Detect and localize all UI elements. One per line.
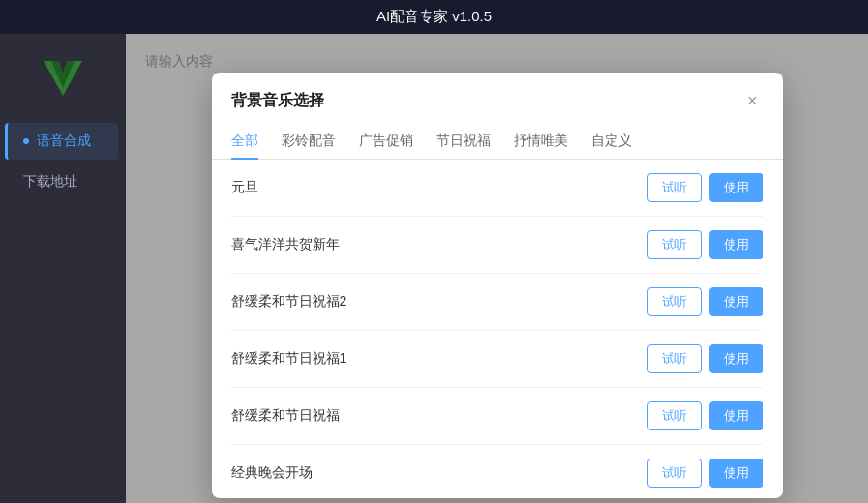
music-list: 元旦 试听 使用 喜气洋洋共贺新年 试听 使用 舒缓柔和节日祝福2 试听 使用 … bbox=[212, 160, 783, 498]
tab-all[interactable]: 全部 bbox=[231, 125, 258, 160]
active-dot bbox=[23, 138, 29, 144]
preview-button-4[interactable]: 试听 bbox=[647, 401, 702, 430]
tab-ringtone[interactable]: 彩铃配音 bbox=[282, 125, 336, 160]
modal-close-button[interactable]: × bbox=[741, 90, 763, 111]
logo bbox=[0, 53, 126, 100]
music-actions-1: 试听 使用 bbox=[647, 230, 763, 259]
modal-header: 背景音乐选择 × bbox=[212, 73, 783, 125]
logo-icon bbox=[40, 53, 86, 100]
preview-button-5[interactable]: 试听 bbox=[647, 459, 702, 488]
music-list-item: 舒缓柔和节日祝福2 试听 使用 bbox=[231, 274, 763, 331]
music-name-5: 经典晚会开场 bbox=[231, 464, 647, 482]
tab-lyrical[interactable]: 抒情唯美 bbox=[514, 125, 568, 160]
music-actions-3: 试听 使用 bbox=[647, 344, 763, 373]
use-button-3[interactable]: 使用 bbox=[709, 344, 763, 373]
app-title: AI配音专家 v1.0.5 bbox=[376, 8, 492, 24]
tab-custom[interactable]: 自定义 bbox=[591, 125, 632, 160]
music-list-item: 舒缓柔和节日祝福1 试听 使用 bbox=[231, 331, 763, 388]
sidebar: 语音合成 下载地址 bbox=[0, 34, 126, 503]
tab-ads[interactable]: 广告促销 bbox=[359, 125, 413, 160]
main-layout: 语音合成 下载地址 请输入内容 背景音乐选择 × 全部 彩铃配音 广告促销 节 bbox=[0, 34, 868, 503]
music-actions-4: 试听 使用 bbox=[647, 401, 763, 430]
sidebar-label-download: 下载地址 bbox=[23, 173, 77, 191]
use-button-1[interactable]: 使用 bbox=[709, 230, 763, 259]
music-actions-0: 试听 使用 bbox=[647, 173, 763, 202]
music-actions-2: 试听 使用 bbox=[647, 287, 763, 316]
music-name-3: 舒缓柔和节日祝福1 bbox=[231, 350, 647, 368]
modal-title: 背景音乐选择 bbox=[231, 91, 324, 111]
music-actions-5: 试听 使用 bbox=[647, 459, 763, 488]
use-button-5[interactable]: 使用 bbox=[709, 459, 763, 488]
sidebar-label-voice: 语音合成 bbox=[37, 133, 91, 150]
music-list-item: 舒缓柔和节日祝福 试听 使用 bbox=[231, 388, 763, 445]
preview-button-2[interactable]: 试听 bbox=[647, 287, 702, 316]
music-name-2: 舒缓柔和节日祝福2 bbox=[231, 293, 647, 311]
title-bar: AI配音专家 v1.0.5 bbox=[0, 0, 868, 34]
background-music-modal: 背景音乐选择 × 全部 彩铃配音 广告促销 节日祝福 抒情唯美 自定义 元旦 bbox=[212, 73, 783, 498]
sidebar-item-voice-synthesis[interactable]: 语音合成 bbox=[5, 123, 118, 160]
modal-overlay: 背景音乐选择 × 全部 彩铃配音 广告促销 节日祝福 抒情唯美 自定义 元旦 bbox=[126, 34, 868, 503]
tab-holiday[interactable]: 节日祝福 bbox=[436, 125, 491, 160]
use-button-0[interactable]: 使用 bbox=[709, 173, 763, 202]
tabs-bar: 全部 彩铃配音 广告促销 节日祝福 抒情唯美 自定义 bbox=[212, 125, 783, 160]
music-list-item: 经典晚会开场 试听 使用 bbox=[231, 445, 763, 498]
music-list-item: 元旦 试听 使用 bbox=[231, 160, 763, 217]
music-name-0: 元旦 bbox=[231, 179, 647, 196]
preview-button-0[interactable]: 试听 bbox=[647, 173, 702, 202]
use-button-2[interactable]: 使用 bbox=[709, 287, 763, 316]
sidebar-item-download[interactable]: 下载地址 bbox=[8, 163, 118, 200]
music-name-4: 舒缓柔和节日祝福 bbox=[231, 407, 647, 425]
use-button-4[interactable]: 使用 bbox=[709, 401, 763, 430]
preview-button-3[interactable]: 试听 bbox=[647, 344, 702, 373]
music-list-item: 喜气洋洋共贺新年 试听 使用 bbox=[231, 217, 763, 274]
music-name-1: 喜气洋洋共贺新年 bbox=[231, 236, 647, 253]
preview-button-1[interactable]: 试听 bbox=[647, 230, 702, 259]
content-area: 请输入内容 背景音乐选择 × 全部 彩铃配音 广告促销 节日祝福 抒情唯美 自定… bbox=[126, 34, 868, 503]
